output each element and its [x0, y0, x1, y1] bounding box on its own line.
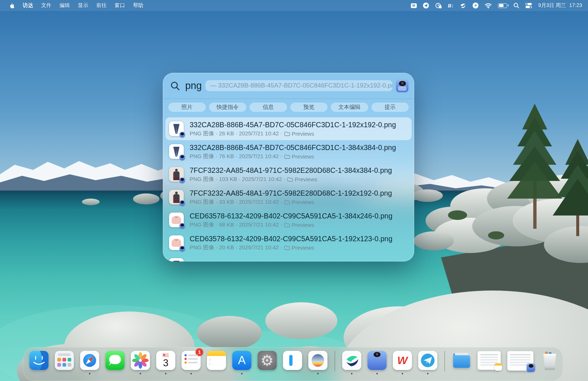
- screen-time-icon[interactable]: [435, 3, 442, 9]
- search-icon[interactable]: [513, 3, 519, 8]
- wifi-arcs-icon: [485, 3, 492, 8]
- swoosh-icon[interactable]: [460, 3, 466, 8]
- dock-downloads-folder[interactable]: [452, 351, 471, 370]
- telegram-icon[interactable]: [423, 3, 429, 8]
- sunrise-icon: [308, 351, 327, 370]
- dock-wps-office[interactable]: W: [393, 351, 412, 370]
- dock-photos[interactable]: [131, 351, 150, 370]
- dock-messages[interactable]: [105, 351, 125, 370]
- status-time: 17:23: [569, 2, 582, 9]
- menu-app-name[interactable]: 访达: [19, 2, 37, 9]
- file-thumbnail: [169, 235, 184, 250]
- result-row-4[interactable]: 7FCF3232-AA85-48A1-971C-5982E280D68C-1-1…: [165, 186, 412, 209]
- result-info: PNG 图像 · 76 KB · 2025/7/21 10:42 ·: [190, 153, 282, 160]
- spotlight-window: png — 332CA28B-886B-45A7-BD7C-05C846FC3D…: [163, 73, 414, 261]
- folder-icon: [284, 222, 290, 227]
- menu-edit[interactable]: 编辑: [55, 2, 74, 9]
- result-row-1[interactable]: 332CA28B-886B-45A7-BD7C-05C846FC3D1C-1-1…: [165, 117, 412, 140]
- filter-photos[interactable]: 照片: [168, 103, 206, 112]
- result-row-3[interactable]: 7FCF3232-AA85-48A1-971C-5982E280D68C-1-3…: [165, 163, 412, 186]
- dock-launchpad[interactable]: [55, 351, 74, 370]
- dock-safari[interactable]: [80, 351, 99, 370]
- result-row-5[interactable]: CED63578-6132-4209-B402-C99C5A591CA5-1-3…: [165, 209, 412, 231]
- dock-reminders[interactable]: 1: [182, 351, 201, 370]
- menu-window[interactable]: 窗口: [111, 2, 129, 9]
- wps-letter: W: [397, 354, 408, 367]
- result-info: PNG 图像 · 26 KB · 2025/7/21 10:42 ·: [190, 130, 282, 137]
- menu-help[interactable]: 帮助: [129, 2, 147, 9]
- lens-app-icon[interactable]: [396, 80, 408, 92]
- app-store-letter: A: [238, 354, 246, 367]
- wps-icon[interactable]: W: [411, 3, 417, 8]
- filter-shortcuts[interactable]: 快捷指令: [209, 103, 247, 112]
- dock-finder[interactable]: [29, 351, 49, 370]
- filter-preview[interactable]: 预览: [290, 103, 328, 112]
- calendar-day: 3: [156, 358, 175, 368]
- lens-badge-icon: [179, 200, 185, 206]
- dock-system-settings[interactable]: ⚙: [258, 351, 277, 370]
- dock-blue-bar-app[interactable]: [283, 351, 302, 370]
- filter-textedit[interactable]: 文本编辑: [331, 103, 368, 112]
- menu-bar: 访达 文件 编辑 显示 前往 窗口 帮助 W B: P: [0, 0, 588, 11]
- result-row-7[interactable]: C3B03FA7-F448-430F-B049-52CF6B1C420F-1-3…: [165, 254, 412, 261]
- bob-icon[interactable]: B:: [448, 3, 454, 8]
- reminder-line: [188, 358, 198, 360]
- window-content-lines: [510, 354, 531, 355]
- search-icon: [170, 81, 180, 91]
- result-text: 7FCF3232-AA85-48A1-971C-5982E280D68C-1-3…: [190, 166, 392, 183]
- dock: 周三 3 1 A ⚙: [24, 347, 563, 381]
- swoosh-bird-icon: [342, 351, 361, 370]
- wifi-icon[interactable]: [485, 3, 492, 8]
- file-thumbnail: [169, 258, 184, 261]
- menu-go[interactable]: 前往: [92, 2, 111, 9]
- dock-app-store[interactable]: A: [232, 351, 251, 370]
- search-query[interactable]: png: [185, 80, 202, 92]
- dock-lens-app[interactable]: [368, 351, 387, 370]
- menu-file[interactable]: 文件: [37, 2, 55, 9]
- result-meta: PNG 图像 · 33 KB · 2025/7/21 10:42 · Previ…: [190, 199, 392, 206]
- result-text: 332CA28B-886B-45A7-BD7C-05C846FC3D1C-1-3…: [190, 143, 396, 160]
- folder-icon: [284, 245, 290, 250]
- control-center-icon[interactable]: [526, 3, 532, 8]
- dock-swoosh-app[interactable]: [342, 351, 361, 370]
- file-thumbnail: [169, 144, 184, 159]
- dock-trash[interactable]: [540, 351, 560, 370]
- clock-lock-icon: [435, 3, 442, 9]
- lens-badge-icon: [179, 177, 185, 183]
- result-text: CED63578-6132-4209-B402-C99C5A591CA5-1-3…: [190, 212, 392, 228]
- menu-view[interactable]: 显示: [74, 2, 92, 9]
- result-location: Previews: [292, 222, 314, 228]
- result-row-2[interactable]: 332CA28B-886B-45A7-BD7C-05C846FC3D1C-1-3…: [165, 140, 412, 163]
- dock-sunrise-app[interactable]: [308, 351, 327, 370]
- result-meta: PNG 图像 · 68 KB · 2025/7/21 10:42 · Previ…: [190, 221, 392, 228]
- p-circle-icon[interactable]: P: [473, 3, 478, 8]
- apple-menu[interactable]: [4, 2, 19, 9]
- result-location: Previews: [292, 153, 314, 160]
- dock-divider: [444, 351, 445, 371]
- result-filename: 332CA28B-886B-45A7-BD7C-05C846FC3D1C-1-3…: [190, 143, 396, 152]
- filter-messages[interactable]: 信息: [250, 103, 287, 112]
- battery-icon[interactable]: [498, 3, 507, 8]
- finder-icon: [29, 351, 49, 370]
- dock-minimized-window-1[interactable]: [477, 351, 501, 370]
- dock-minimized-window-2[interactable]: [507, 351, 534, 371]
- launchpad-tile: [68, 358, 71, 362]
- file-thumbnail: [169, 167, 184, 182]
- filter-tips[interactable]: 提示: [372, 103, 409, 112]
- lens-mini-icon: [527, 363, 535, 372]
- menu-clock[interactable]: 9月3日 周三 17:23: [538, 2, 582, 9]
- search-suggestion[interactable]: — 332CA28B-886B-45A7-BD7C-05C846FC3D1C-1…: [205, 80, 392, 91]
- status-date: 9月3日 周三: [538, 2, 566, 9]
- reminder-line: [188, 355, 198, 356]
- spotlight-search-bar[interactable]: png — 332CA28B-886B-45A7-BD7C-05C846FC3D…: [163, 73, 414, 99]
- launchpad-tile: [57, 358, 61, 362]
- result-info: PNG 图像 · 33 KB · 2025/7/21 10:42 ·: [190, 199, 282, 206]
- result-text: 332CA28B-886B-45A7-BD7C-05C846FC3D1C-1-1…: [190, 121, 396, 137]
- dock-calendar[interactable]: 周三 3: [156, 351, 175, 370]
- dock-notes[interactable]: [207, 351, 226, 370]
- apple-icon: [9, 2, 14, 9]
- folder-icon: [287, 177, 293, 182]
- result-row-6[interactable]: CED63578-6132-4209-B402-C99C5A591CA5-1-1…: [165, 231, 412, 254]
- result-location: Previews: [292, 199, 314, 205]
- dock-telegram[interactable]: [418, 351, 437, 370]
